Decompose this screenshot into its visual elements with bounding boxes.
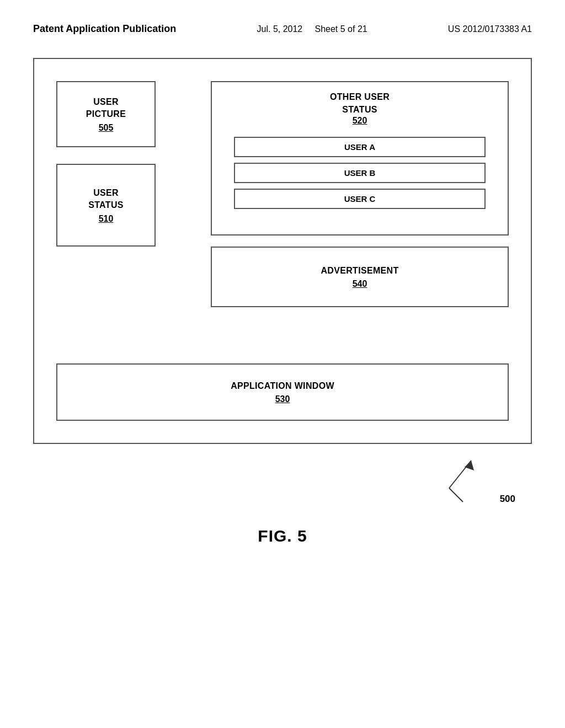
advertisement-box: ADVERTISEMENT 540 bbox=[211, 247, 509, 307]
sheet-info: Sheet 5 of 21 bbox=[315, 24, 367, 34]
advertisement-number: 540 bbox=[353, 279, 367, 289]
diagram-top-row: USERPICTURE 505 USERSTATUS 510 OTHER USE… bbox=[56, 81, 509, 347]
patent-number: US 2012/0173383 A1 bbox=[448, 22, 532, 34]
app-window-row: APPLICATION WINDOW 530 bbox=[56, 363, 509, 421]
right-column: OTHER USERSTATUS 520 USER A USER B USER … bbox=[211, 81, 509, 307]
user-items-list: USER A USER B USER C bbox=[223, 137, 497, 209]
user-c-box: USER C bbox=[234, 189, 486, 209]
header-date-sheet: Jul. 5, 2012 Sheet 5 of 21 bbox=[257, 22, 367, 34]
publication-title: Patent Application Publication bbox=[33, 22, 176, 36]
other-user-status-header: OTHER USERSTATUS 520 bbox=[223, 91, 497, 126]
user-b-label: USER B bbox=[344, 168, 376, 178]
reference-arrow bbox=[433, 455, 488, 510]
app-window-number: 530 bbox=[275, 394, 290, 404]
figure-label: FIG. 5 bbox=[0, 527, 565, 545]
other-user-status-label: OTHER USERSTATUS bbox=[223, 91, 497, 116]
other-user-status-number: 520 bbox=[353, 116, 367, 125]
pub-date: Jul. 5, 2012 bbox=[257, 24, 303, 34]
advertisement-label: ADVERTISEMENT bbox=[321, 265, 398, 277]
user-a-label: USER A bbox=[344, 142, 375, 152]
left-column: USERPICTURE 505 USERSTATUS 510 bbox=[56, 81, 178, 247]
app-window-label: APPLICATION WINDOW bbox=[231, 380, 334, 392]
arrow-reference-number: 500 bbox=[500, 494, 515, 505]
svg-line-1 bbox=[449, 488, 463, 502]
arrow-area: 500 bbox=[33, 455, 532, 521]
user-a-box: USER A bbox=[234, 137, 486, 157]
user-c-label: USER C bbox=[344, 194, 376, 204]
application-window-box: APPLICATION WINDOW 530 bbox=[56, 363, 509, 421]
user-picture-label: USERPICTURE bbox=[86, 96, 126, 121]
user-picture-box: USERPICTURE 505 bbox=[56, 81, 156, 147]
user-status-box: USERSTATUS 510 bbox=[56, 164, 156, 247]
svg-marker-2 bbox=[465, 461, 474, 470]
page: Patent Application Publication Jul. 5, 2… bbox=[0, 0, 565, 728]
user-status-label: USERSTATUS bbox=[88, 187, 124, 212]
user-picture-number: 505 bbox=[99, 123, 114, 133]
diagram-area: USERPICTURE 505 USERSTATUS 510 OTHER USE… bbox=[33, 58, 532, 444]
user-status-number: 510 bbox=[99, 214, 114, 224]
other-user-status-box: OTHER USERSTATUS 520 USER A USER B USER … bbox=[211, 81, 509, 235]
user-b-box: USER B bbox=[234, 163, 486, 183]
header: Patent Application Publication Jul. 5, 2… bbox=[0, 0, 565, 47]
